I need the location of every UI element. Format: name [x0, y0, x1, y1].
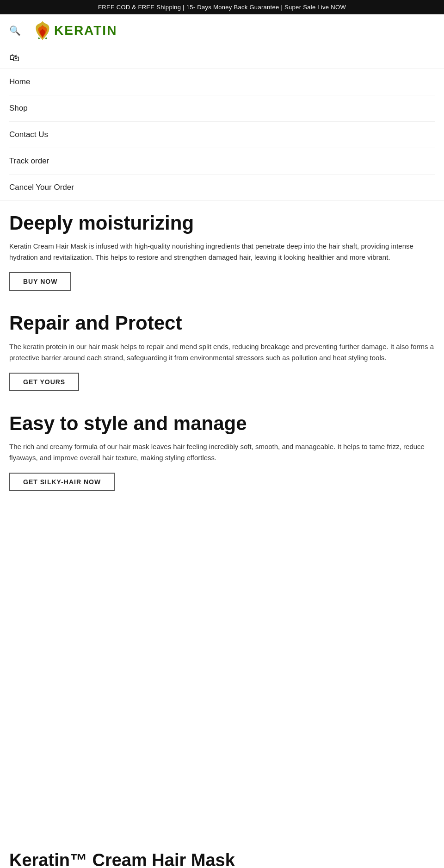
- main-content: Deeply moisturizing Keratin Cream Hair M…: [0, 201, 444, 508]
- product-feature-title: Keratin™ Cream Hair Mask: [9, 850, 435, 868]
- section-heading-style: Easy to style and manage: [9, 412, 435, 435]
- cart-row: 🛍: [0, 47, 444, 69]
- search-icon[interactable]: 🔍: [9, 25, 21, 36]
- logo-text: KERATIN: [54, 23, 117, 38]
- nav-item-shop[interactable]: Shop: [9, 95, 435, 122]
- header: 🔍 KERATIN: [0, 14, 444, 47]
- section-style: Easy to style and manage The rich and cr…: [9, 412, 435, 508]
- cart-icon[interactable]: 🛍: [9, 52, 19, 63]
- section-repair: Repair and Protect The keratin protein i…: [9, 312, 435, 407]
- nav-item-track[interactable]: Track order: [9, 148, 435, 175]
- nav-item-contact[interactable]: Contact Us: [9, 122, 435, 148]
- logo-flame-icon: [31, 19, 54, 42]
- navigation: Home Shop Contact Us Track order Cancel …: [0, 69, 444, 201]
- section-body-repair: The keratin protein in our hair mask hel…: [9, 341, 435, 363]
- section-body-style: The rich and creamy formula of our hair …: [9, 441, 435, 463]
- nav-item-home[interactable]: Home: [9, 69, 435, 95]
- product-image-area: [0, 512, 444, 837]
- get-yours-button[interactable]: GET YOURS: [9, 373, 79, 391]
- section-moisturizing: Deeply moisturizing Keratin Cream Hair M…: [9, 212, 435, 307]
- section-body-moisturizing: Keratin Cream Hair Mask is infused with …: [9, 241, 435, 263]
- section-heading-moisturizing: Deeply moisturizing: [9, 212, 435, 234]
- banner-text: FREE COD & FREE Shipping | 15- Days Mone…: [98, 4, 346, 11]
- top-banner: FREE COD & FREE Shipping | 15- Days Mone…: [0, 0, 444, 14]
- nav-item-cancel[interactable]: Cancel Your Order: [9, 175, 435, 200]
- buy-now-button[interactable]: BUY NOW: [9, 272, 71, 291]
- product-feature-section: Keratin™ Cream Hair Mask Instant Hair St…: [0, 837, 444, 868]
- section-heading-repair: Repair and Protect: [9, 312, 435, 334]
- logo-area: KERATIN: [30, 19, 117, 42]
- get-silky-hair-button[interactable]: GET Silky-hair now: [9, 473, 115, 491]
